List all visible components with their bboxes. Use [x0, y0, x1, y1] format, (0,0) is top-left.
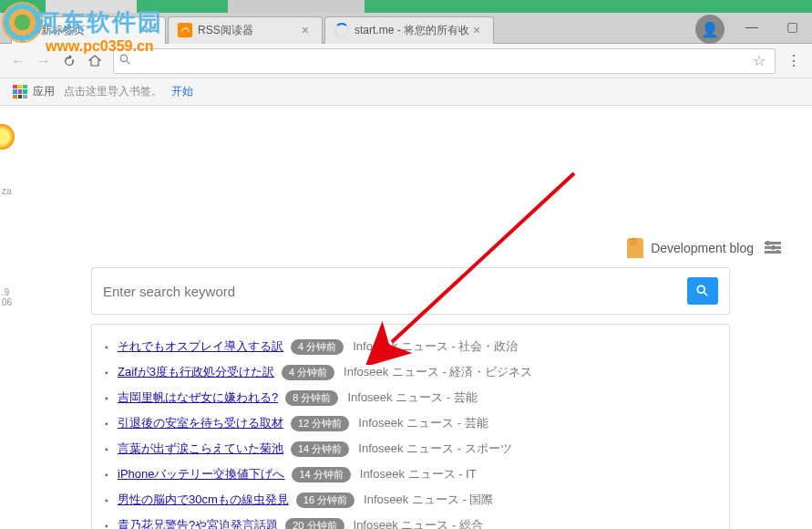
page-content: Development blog それでもオスプレイ導入する訳 4 分钟前 In… [0, 238, 812, 529]
external-toolbar-strip [0, 0, 812, 13]
feed-link[interactable]: 引退後の安室を待ち受ける取材 [118, 415, 283, 431]
blog-header: Development blog [9, 238, 781, 258]
feed-item: 男性の脳内で30cmもの線虫発見 16 分钟前 Infoseek ニュース - … [103, 487, 718, 513]
castle-icon [627, 238, 643, 258]
search-input[interactable] [103, 280, 678, 303]
feed-source: Infoseek ニュース - スポーツ [358, 441, 511, 457]
feed-source: Infoseek ニュース - 芸能 [347, 389, 477, 406]
feed-item: Zaifが3度も行政処分受けた訳 4 分钟前 Infoseek ニュース - 経… [103, 359, 718, 385]
import-hint: 点击这里导入书签。 [64, 84, 162, 99]
feed-panel: それでもオスプレイ導入する訳 4 分钟前 Infoseek ニュース - 社会・… [91, 324, 730, 529]
tab-strip: 新标签页 × ◠ RSS阅读器 × start.me - 将您的所有收 × 👤 … [0, 13, 812, 44]
loading-spinner-icon [334, 23, 349, 37]
close-icon[interactable]: × [141, 23, 156, 37]
feed-item: 貴乃花兄警告?や宮迫発言話題 20 分钟前 Infoseek ニュース - 総合 [103, 513, 718, 529]
time-badge: 20 分钟前 [285, 518, 344, 530]
home-icon [87, 54, 102, 68]
feed-list: それでもオスプレイ導入する訳 4 分钟前 Infoseek ニュース - 社会・… [103, 334, 718, 529]
feed-item: それでもオスプレイ導入する訳 4 分钟前 Infoseek ニュース - 社会・… [103, 334, 718, 359]
search-panel [91, 267, 730, 315]
feed-source: Infoseek ニュース - IT [360, 466, 477, 482]
time-badge: 4 分钟前 [291, 339, 344, 355]
time-badge: 14 分钟前 [292, 467, 350, 482]
reload-button[interactable] [57, 48, 82, 74]
time-badge: 8 分钟前 [285, 390, 338, 406]
maximize-button[interactable]: ▢ [772, 13, 812, 40]
forward-button[interactable]: → [31, 48, 57, 74]
left-edge-strip: za .9 06 [0, 106, 11, 452]
svg-rect-7 [776, 250, 779, 254]
tab-title: start.me - 将您的所有收 [355, 23, 469, 38]
svg-rect-5 [766, 241, 769, 245]
edge-circle-icon [0, 124, 15, 150]
tab-title: RSS阅读器 [198, 23, 298, 38]
svg-point-0 [120, 55, 127, 61]
tab-new-page[interactable]: 新标签页 × [11, 16, 166, 44]
tab-startme[interactable]: start.me - 将您的所有收 × [324, 16, 494, 44]
search-icon [119, 54, 131, 68]
apps-grid-icon[interactable] [13, 85, 27, 99]
close-icon[interactable]: × [469, 23, 484, 37]
start-link[interactable]: 开始 [171, 84, 193, 99]
feed-item: iPhoneバッテリー交換値下げへ 14 分钟前 Infoseek ニュース -… [103, 462, 718, 487]
svg-rect-6 [772, 245, 775, 250]
svg-line-1 [127, 61, 129, 64]
browser-toolbar: ← → ☆ ⋮ [0, 44, 812, 78]
feed-link[interactable]: 貴乃花兄警告?や宮迫発言話題 [118, 517, 278, 529]
feed-source: Infoseek ニュース - 経済・ビジネス [344, 364, 532, 380]
svg-line-9 [704, 293, 708, 296]
time-badge: 14 分钟前 [291, 441, 349, 457]
apps-label[interactable]: 应用 [33, 84, 55, 99]
feed-source: Infoseek ニュース - 社会・政治 [353, 338, 518, 355]
time-badge: 4 分钟前 [282, 365, 334, 380]
feed-link[interactable]: 言葉が出ず涙こらえていた菊池 [118, 441, 283, 457]
blank-tab-icon [21, 23, 36, 37]
window-controls: 👤 — ▢ [688, 13, 812, 46]
feed-item: 言葉が出ず涙こらえていた菊池 14 分钟前 Infoseek ニュース - スポ… [103, 436, 718, 462]
feed-item: 吉岡里帆はなぜ女に嫌われる? 8 分钟前 Infoseek ニュース - 芸能 [103, 385, 718, 410]
edge-text: za [2, 186, 11, 196]
time-badge: 12 分钟前 [291, 416, 349, 431]
tab-title: 新标签页 [41, 23, 141, 38]
blog-title: Development blog [651, 241, 754, 255]
home-button[interactable] [82, 48, 108, 74]
edge-numbers: .9 06 [2, 287, 11, 307]
bookmark-bar: 应用 点击这里导入书签。 开始 [0, 78, 812, 106]
time-badge: 16 分钟前 [296, 493, 355, 508]
feed-source: Infoseek ニュース - 国際 [364, 492, 493, 508]
minimize-button[interactable]: — [732, 13, 772, 40]
back-button[interactable]: ← [5, 48, 31, 74]
profile-avatar-icon[interactable]: 👤 [695, 15, 725, 44]
settings-icon[interactable] [765, 239, 781, 258]
tab-rss-reader[interactable]: ◠ RSS阅读器 × [168, 16, 323, 44]
feed-source: Infoseek ニュース - 総合 [354, 517, 483, 529]
feed-link[interactable]: 吉岡里帆はなぜ女に嫌われる? [118, 389, 278, 406]
url-input[interactable] [137, 54, 749, 67]
rss-icon: ◠ [178, 23, 192, 37]
feed-source: Infoseek ニュース - 芸能 [358, 415, 488, 431]
feed-link[interactable]: iPhoneバッテリー交換値下げへ [118, 466, 284, 482]
feed-item: 引退後の安室を待ち受ける取材 12 分钟前 Infoseek ニュース - 芸能 [103, 410, 718, 436]
feed-link[interactable]: Zaifが3度も行政処分受けた訳 [118, 364, 274, 380]
search-button[interactable] [687, 277, 718, 305]
feed-link[interactable]: 男性の脳内で30cmもの線虫発見 [118, 492, 289, 508]
close-icon[interactable]: × [298, 23, 313, 37]
reload-icon [62, 54, 77, 68]
browser-menu-button[interactable]: ⋮ [781, 48, 807, 74]
address-bar[interactable]: ☆ [113, 48, 776, 74]
feed-link[interactable]: それでもオスプレイ導入する訳 [118, 338, 283, 355]
svg-point-8 [697, 285, 704, 293]
search-icon [696, 285, 709, 297]
bookmark-star-icon[interactable]: ☆ [749, 52, 769, 69]
